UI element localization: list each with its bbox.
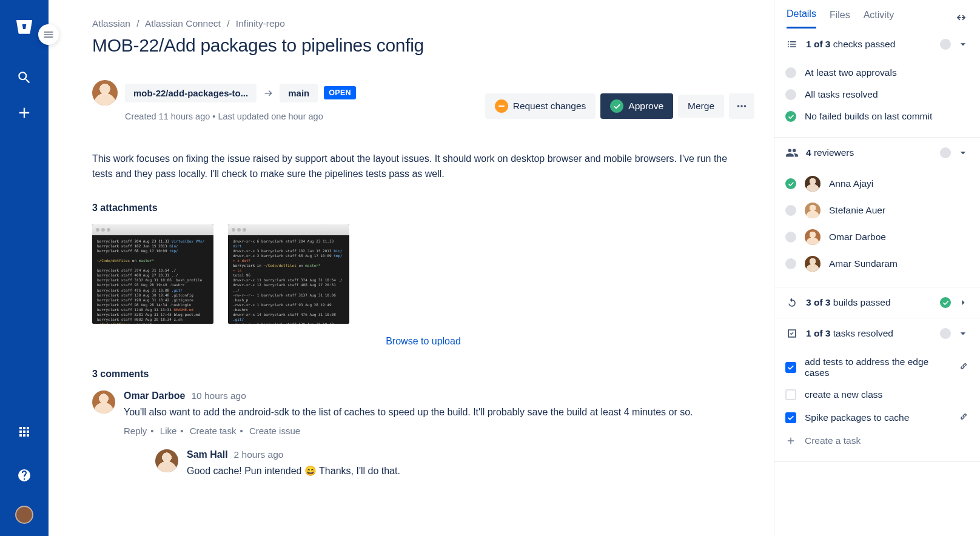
status-dot-icon xyxy=(785,205,796,216)
task-icon xyxy=(785,327,799,340)
comment-text: You'll also want to add the android-sdk … xyxy=(124,405,754,420)
task-checkbox[interactable] xyxy=(785,412,796,423)
global-nav xyxy=(0,0,49,536)
page-title: MOB-22/Add packages to pipelines config xyxy=(92,35,754,56)
comment-author: Omar Darboe xyxy=(124,390,185,401)
status-dot-icon xyxy=(785,258,796,269)
checks-panel-header[interactable]: 1 of 3 checks passed xyxy=(774,29,980,59)
task-item: create a new class xyxy=(785,384,969,406)
merge-button[interactable]: Merge xyxy=(678,95,724,118)
attachment-thumbnail[interactable]: barryclark staff 204 Aug 23 11:33 Virtua… xyxy=(92,224,213,324)
task-label: add tests to address the edge cases xyxy=(805,357,950,378)
breadcrumb-org[interactable]: Atlassian xyxy=(92,18,130,28)
breadcrumb-project[interactable]: Atlassian Connect xyxy=(145,18,221,28)
check-item: No failed builds on last commit xyxy=(785,106,969,127)
chevron-right-icon xyxy=(957,296,969,309)
link-icon[interactable] xyxy=(958,411,969,424)
status-dot-icon xyxy=(940,39,951,50)
reviewer-item: Anna Ajayi xyxy=(785,170,969,197)
link-icon[interactable] xyxy=(958,361,969,374)
bitbucket-logo-icon[interactable] xyxy=(13,16,35,38)
sidebar-tabs: Details Files Activity xyxy=(774,0,980,29)
chevron-down-icon xyxy=(957,327,969,340)
tab-files[interactable]: Files xyxy=(830,10,850,28)
chevron-down-icon xyxy=(957,38,969,50)
source-branch-chip[interactable]: mob-22/add-packages-to... xyxy=(125,84,257,102)
comment-author: Sam Hall xyxy=(187,449,228,460)
people-icon xyxy=(785,146,799,159)
check-ok-icon xyxy=(785,111,796,122)
reviewers-panel: 4 reviewers Anna Ajayi Stefanie Auer Oma… xyxy=(774,138,980,287)
comments-heading: 3 comments xyxy=(92,369,754,380)
reply-action[interactable]: Reply xyxy=(124,426,147,436)
comment-reply: Sam Hall 2 hours ago Good cache! Pun int… xyxy=(155,449,754,485)
breadcrumb: Atlassian / Atlassian Connect / Infinity… xyxy=(92,18,754,29)
tab-activity[interactable]: Activity xyxy=(864,10,894,28)
create-task-action[interactable]: Create task xyxy=(190,426,237,436)
plus-icon xyxy=(785,435,796,446)
refresh-icon xyxy=(785,296,799,309)
expand-sidebar-icon[interactable] xyxy=(955,11,968,27)
create-issue-action[interactable]: Create issue xyxy=(249,426,300,436)
attachment-thumbnail[interactable]: drwxr-xr-x 6 barryclark staff 204 Aug 23… xyxy=(228,224,349,324)
task-checkbox[interactable] xyxy=(785,389,796,400)
reviewer-name: Omar Darboe xyxy=(829,232,886,243)
status-dot-icon xyxy=(940,328,951,339)
target-branch-chip[interactable]: main xyxy=(280,84,318,102)
check-circle-icon xyxy=(610,99,623,113)
build-ok-icon xyxy=(940,297,951,308)
request-changes-button[interactable]: Request changes xyxy=(485,93,596,119)
create-icon[interactable] xyxy=(11,99,38,126)
task-item: Spike packages to cache xyxy=(785,406,969,430)
current-user-avatar[interactable] xyxy=(15,506,33,524)
reviewer-avatar[interactable] xyxy=(805,256,821,272)
list-icon xyxy=(785,38,799,51)
sidebar-collapse-toggle[interactable] xyxy=(38,24,59,45)
tab-details[interactable]: Details xyxy=(787,8,816,28)
search-icon[interactable] xyxy=(11,64,38,91)
comment: Omar Darboe 10 hours ago You'll also wan… xyxy=(92,390,754,498)
app-switcher-icon[interactable] xyxy=(11,418,38,445)
chevron-down-icon xyxy=(957,147,969,159)
checks-label: checks passed xyxy=(833,39,896,49)
checks-count: 1 of 3 xyxy=(806,39,830,49)
reviewers-panel-header[interactable]: 4 reviewers xyxy=(774,138,980,168)
breadcrumb-repo[interactable]: Infinity-repo xyxy=(236,18,285,28)
status-dot-icon xyxy=(785,232,796,243)
reviewer-item: Amar Sundaram xyxy=(785,250,969,277)
reviewer-avatar[interactable] xyxy=(805,229,821,245)
check-label: All tasks resolved xyxy=(805,89,878,100)
approve-button[interactable]: Approve xyxy=(600,93,673,119)
pr-description: This work focuses on fixing the issue ra… xyxy=(92,152,735,182)
more-actions-button[interactable] xyxy=(729,93,754,119)
browse-upload-link[interactable]: Browse to upload xyxy=(386,336,461,346)
comment-time: 2 hours ago xyxy=(234,449,284,460)
task-label: create a new class xyxy=(805,389,882,400)
author-avatar[interactable] xyxy=(92,80,118,106)
reviewers-count: 4 xyxy=(806,147,811,158)
check-item: All tasks resolved xyxy=(785,84,969,106)
builds-count: 3 of 3 xyxy=(806,297,830,307)
create-task-row[interactable]: Create a task xyxy=(785,430,969,452)
comment-avatar[interactable] xyxy=(92,390,115,414)
check-item: At least two approvals xyxy=(785,62,969,84)
attachments-row: barryclark staff 204 Aug 23 11:33 Virtua… xyxy=(92,224,754,324)
approve-label: Approve xyxy=(628,101,663,112)
help-icon[interactable] xyxy=(11,462,38,489)
reviewer-avatar[interactable] xyxy=(805,203,821,218)
task-label: Spike packages to cache xyxy=(805,412,950,423)
builds-label: builds passed xyxy=(833,297,891,307)
builds-panel-header[interactable]: 3 of 3 builds passed xyxy=(774,287,980,318)
reviewer-avatar[interactable] xyxy=(805,176,821,192)
reviewer-name: Anna Ajayi xyxy=(829,178,873,189)
task-item: add tests to address the edge cases xyxy=(785,351,969,384)
status-dot-icon xyxy=(785,67,796,78)
minus-circle-icon xyxy=(495,99,508,113)
task-checkbox[interactable] xyxy=(785,362,796,373)
comment-avatar[interactable] xyxy=(155,449,178,472)
merge-label: Merge xyxy=(688,101,714,112)
status-dot-icon xyxy=(785,89,796,100)
reviewer-name: Stefanie Auer xyxy=(829,205,885,216)
tasks-panel-header[interactable]: 1 of 3 tasks resolved xyxy=(774,318,980,349)
like-action[interactable]: Like xyxy=(160,426,177,436)
